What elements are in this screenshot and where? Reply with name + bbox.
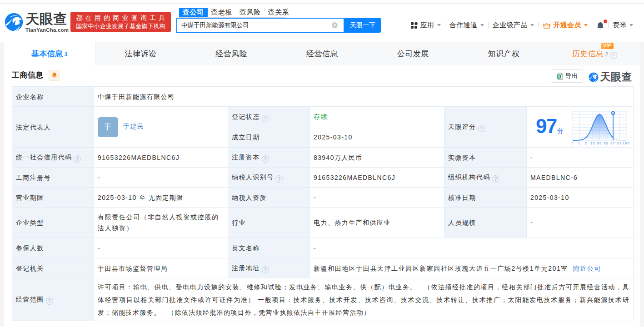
svg-text:99: 99 (617, 142, 622, 145)
svg-text:85: 85 (604, 142, 609, 145)
svg-text:50: 50 (597, 142, 602, 145)
svg-text:0: 0 (572, 142, 574, 145)
svg-text:97: 97 (610, 142, 615, 145)
svg-text:3: 3 (585, 142, 587, 145)
svg-text:15: 15 (590, 142, 595, 145)
svg-text:1: 1 (578, 142, 580, 145)
svg-text:100: 100 (623, 142, 630, 145)
